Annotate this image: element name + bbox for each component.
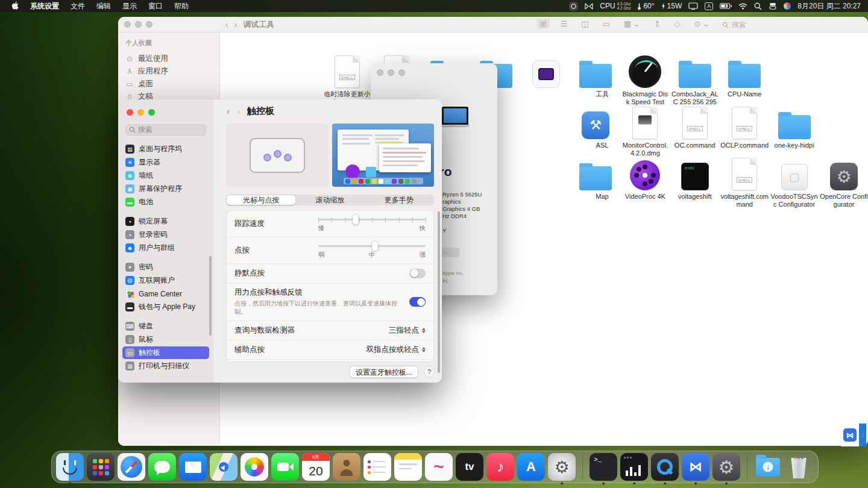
file-item[interactable]: execvoltageshift	[671, 155, 719, 201]
slider-点按[interactable]: 弱中强	[318, 242, 426, 259]
view-columns-icon[interactable]: ◫	[578, 19, 591, 29]
help-button[interactable]: ?	[424, 366, 435, 377]
settings-sidebar-item-电池[interactable]: ▬电池	[122, 196, 209, 208]
finder-search-input[interactable]: 搜索	[719, 19, 862, 30]
dock-item-finder[interactable]	[56, 453, 84, 481]
zoom-button[interactable]	[146, 21, 153, 28]
file-item[interactable]: SHELL临时清除更新小红点.command	[323, 53, 371, 105]
menu-item-4[interactable]: 窗口	[148, 1, 163, 11]
dock-item-safari[interactable]	[118, 453, 145, 481]
dock-item-maps[interactable]	[210, 453, 237, 481]
file-item[interactable]: SHELLOC.command	[671, 104, 719, 149]
battery-icon[interactable]	[720, 3, 732, 9]
zoom-button[interactable]	[398, 69, 405, 76]
dock-item-messages[interactable]	[148, 453, 176, 481]
close-button[interactable]	[127, 109, 133, 116]
dock-item-mail[interactable]	[179, 453, 207, 481]
dock-item-terminal[interactable]: >_	[590, 453, 617, 481]
dock-item-freeform[interactable]: ~	[425, 453, 453, 481]
settings-sidebar-item-Game Center[interactable]: Game Center	[122, 287, 209, 300]
sidebar-item-桌面[interactable]: ▭桌面	[125, 78, 212, 90]
file-item[interactable]: SHELLvoltageshift.command	[720, 155, 769, 208]
dock-item-trash[interactable]	[785, 453, 813, 481]
file-item[interactable]: one-key-hidpi	[770, 104, 819, 149]
menu-item-2[interactable]: 编辑	[96, 1, 111, 11]
group-by-icon[interactable]: ▦ ⌄	[621, 19, 643, 29]
file-item[interactable]: CPU-Name	[720, 53, 769, 98]
slider-跟踪速度[interactable]: 慢快	[318, 215, 426, 233]
display-mirror-icon[interactable]	[585, 3, 593, 10]
share-icon[interactable]: ↥	[651, 19, 664, 29]
settings-sidebar-item-登录密码[interactable]: ▪登录密码	[122, 228, 209, 241]
power-indicator[interactable]: 15W	[661, 2, 682, 10]
slider-track[interactable]	[318, 245, 426, 247]
slider-track[interactable]	[318, 219, 426, 221]
file-item[interactable]: ▢VoodooTSCSync Configurator	[770, 155, 819, 208]
file-item[interactable]	[522, 53, 570, 90]
siri-icon[interactable]	[784, 2, 791, 10]
tag-icon[interactable]: ◇	[671, 19, 684, 29]
wifi-icon[interactable]	[738, 3, 747, 10]
file-item[interactable]: ⚙OpenCore Configurator	[820, 155, 868, 208]
dock-item-app-store[interactable]: A	[517, 453, 545, 481]
view-gallery-icon[interactable]: ▭	[600, 19, 613, 29]
settings-search-input[interactable]: 搜索	[125, 124, 206, 136]
view-list-icon[interactable]: ☰	[558, 19, 571, 29]
minimize-button[interactable]	[388, 69, 394, 76]
zoom-button[interactable]	[148, 109, 155, 116]
settings-sidebar-item-密码[interactable]: ✦密码	[122, 261, 209, 274]
settings-sidebar-item-鼠标[interactable]: ▯鼠标	[122, 333, 209, 346]
file-item[interactable]: Map	[571, 155, 620, 201]
dock-item-reminders[interactable]	[363, 453, 391, 481]
settings-sidebar-item-键盘[interactable]: ⌨键盘	[122, 320, 209, 333]
sidebar-scrollbar[interactable]	[209, 256, 212, 336]
dock-item-notes[interactable]	[394, 453, 422, 481]
settings-sidebar-item-墙纸[interactable]: ❀墙纸	[122, 169, 209, 182]
screen-record-icon[interactable]	[569, 2, 578, 11]
settings-window-controls[interactable]	[127, 109, 206, 116]
close-button[interactable]	[124, 21, 131, 28]
finder-window-controls[interactable]	[124, 21, 153, 28]
slider-thumb[interactable]	[372, 241, 378, 251]
tab-光标与点按[interactable]: 光标与点按	[227, 195, 295, 205]
settings-sidebar-item-互联网账户[interactable]: @互联网账户	[122, 274, 209, 287]
select-查询与数据检测器[interactable]: 三指轻点	[389, 325, 426, 336]
dock-item-music[interactable]: ♪	[486, 453, 514, 481]
dock-item-downloads[interactable]: ↓	[754, 453, 782, 481]
dock-item-quicktime[interactable]	[651, 453, 679, 481]
menu-item-3[interactable]: 显示	[122, 1, 137, 11]
back-icon[interactable]: ‹	[227, 106, 230, 116]
panel-scrollbar[interactable]	[438, 211, 440, 373]
about-window-controls[interactable]	[377, 69, 405, 76]
dock-item-launchpad[interactable]	[87, 453, 115, 481]
tab-更多手势[interactable]: 更多手势	[365, 195, 433, 205]
sidebar-item-最近使用[interactable]: ⊙最近使用	[125, 52, 212, 65]
app-switcher-icon[interactable]	[769, 2, 777, 10]
dock-item-calendar[interactable]: 8月20	[302, 453, 330, 481]
dock-item-contacts[interactable]	[333, 453, 360, 481]
slider-thumb[interactable]	[353, 214, 359, 225]
dock-item-system-settings[interactable]: ⚙	[548, 453, 576, 481]
settings-sidebar-item-钱包与 Apple Pay[interactable]: ▬钱包与 Apple Pay	[122, 301, 209, 313]
forward-icon[interactable]: ›	[234, 20, 237, 30]
input-source-indicator[interactable]: A	[705, 2, 713, 10]
menu-item-app[interactable]: 系统设置	[30, 1, 59, 11]
minimize-button[interactable]	[137, 109, 144, 116]
floating-corner-widget[interactable]: ⋈ ⋮	[841, 424, 866, 446]
temperature-indicator[interactable]: 60°	[637, 2, 654, 10]
dock-item-opencore-configurator[interactable]: ⚙	[712, 453, 740, 481]
close-button[interactable]	[377, 69, 383, 76]
dock-item-hardware-monitor[interactable]	[620, 453, 648, 481]
menu-item-5[interactable]: 帮助	[174, 1, 189, 11]
sidebar-item-应用程序[interactable]: Ａ应用程序	[125, 65, 212, 78]
widget-app-icon[interactable]: ⋈	[843, 428, 857, 442]
settings-sidebar-item-用户与群组[interactable]: ☻用户与群组	[122, 242, 209, 254]
dock-item-display-app[interactable]: ⋈	[682, 453, 709, 481]
file-item[interactable]: VideoProc 4K	[621, 155, 669, 201]
settings-sidebar-item-锁定屏幕[interactable]: ▪锁定屏幕	[122, 215, 209, 228]
dock-item-facetime[interactable]	[271, 453, 299, 481]
setup-bluetooth-trackpad-button[interactable]: 设置蓝牙触控板...	[350, 366, 418, 378]
menu-bar-clock[interactable]: 8月20日 周二 20:27	[797, 1, 861, 11]
dock-item-photos[interactable]	[241, 453, 268, 481]
apple-menu-icon[interactable]	[11, 1, 19, 11]
